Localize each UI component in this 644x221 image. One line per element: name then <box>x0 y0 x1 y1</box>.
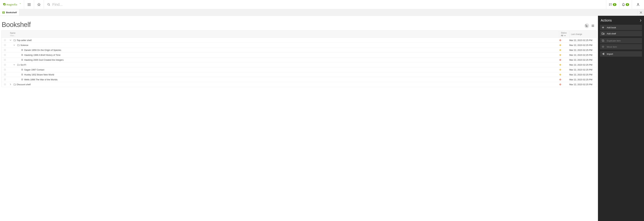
col-lastchange[interactable]: Last change <box>569 31 596 38</box>
table-row[interactable]: Hawking 1988 A Brief History of Time Mar… <box>2 53 596 58</box>
row-selector[interactable] <box>2 79 8 81</box>
action-import[interactable]: Import <box>600 51 642 57</box>
row-selector[interactable] <box>2 83 8 85</box>
workspace: Bookshelf Name <box>0 16 644 221</box>
row-selector[interactable] <box>2 59 8 61</box>
notifications-button[interactable]: 0 <box>619 0 632 9</box>
status-filter-value[interactable]: All <box>561 34 563 37</box>
cell-status <box>559 40 569 41</box>
svg-rect-88 <box>602 40 604 41</box>
table-row[interactable]: Hawking 2005 God Created the Integers Ma… <box>2 58 596 62</box>
row-selector[interactable] <box>2 49 8 51</box>
col-status[interactable]: Status All <box>559 31 569 38</box>
notifications-badge: 0 <box>626 3 629 6</box>
table-row[interactable]: Discount shelf Mar 22, 2023 02:25 PM <box>2 82 596 87</box>
view-toggles <box>584 23 596 29</box>
svg-point-17 <box>30 5 30 6</box>
expander-icon[interactable] <box>8 84 13 85</box>
svg-text:®: ® <box>20 3 21 4</box>
brand-logo[interactable]: magnolia ® <box>0 0 24 9</box>
action-group: Duplicate item Move item <box>598 38 644 50</box>
action-add-shelf[interactable]: Add shelf <box>600 31 642 36</box>
table-body: Top-seller shelf Mar 22, 2023 02:25 PM S… <box>2 38 596 87</box>
table-row[interactable]: Darwin 1859 On the Origin of Species Mar… <box>2 48 596 53</box>
actions-title: Actions <box>601 19 612 22</box>
table-row[interactable]: Sci-Fi Mar 22, 2023 02:25 PM <box>2 62 596 67</box>
table-row[interactable]: Wells 1898 The War of the Worlds Mar 22,… <box>2 77 596 82</box>
row-selector[interactable] <box>2 39 8 41</box>
cell-lastchange: Mar 22, 2023 02:25 PM <box>569 83 596 86</box>
app-icon <box>2 12 5 14</box>
cell-name: Wells 1898 The War of the Worlds <box>8 78 559 81</box>
row-selector[interactable] <box>2 44 8 46</box>
svg-point-9 <box>28 3 28 4</box>
svg-text:magnolia: magnolia <box>6 3 17 6</box>
table-row[interactable]: Huxley 1932 Brave New World Mar 22, 2023… <box>2 72 596 77</box>
status-indicator <box>560 69 561 71</box>
tab-bookshelf[interactable]: Bookshelf <box>0 9 19 16</box>
cell-status <box>559 74 569 75</box>
tasks-badge: 0 <box>613 3 616 6</box>
action-group: Import <box>598 51 644 57</box>
list-view-icon <box>592 25 594 27</box>
row-selector[interactable] <box>2 69 8 71</box>
plus-icon <box>602 26 604 29</box>
svg-point-2 <box>4 5 6 6</box>
status-indicator <box>560 74 561 75</box>
action-move: Move item <box>600 44 642 50</box>
cell-lastchange: Mar 22, 2023 02:25 PM <box>569 69 596 71</box>
svg-point-10 <box>29 3 29 4</box>
table-row[interactable]: Top-seller shelf Mar 22, 2023 02:25 PM <box>2 38 596 43</box>
action-add-book[interactable]: Add book <box>600 25 642 30</box>
cell-lastchange: Mar 22, 2023 02:25 PM <box>569 73 596 76</box>
bell-icon <box>622 3 625 6</box>
favorites-button[interactable] <box>34 0 44 9</box>
cell-name: Darwin 1859 On the Origin of Species <box>8 49 559 51</box>
name-filter-input[interactable] <box>10 35 557 37</box>
view-list-button[interactable] <box>590 23 595 28</box>
row-selector[interactable] <box>2 64 8 66</box>
table-row[interactable]: Sagan 1997 Contact Mar 22, 2023 02:25 PM <box>2 67 596 72</box>
col-lastchange-label: Last change <box>571 33 595 36</box>
import-icon <box>602 53 604 55</box>
table-row[interactable]: Science Mar 22, 2023 02:25 PM <box>2 43 596 48</box>
chevron-right-icon[interactable] <box>640 19 641 22</box>
cell-status <box>559 44 569 46</box>
tasks-button[interactable]: 0 <box>606 0 619 9</box>
action-group: Add book Add shelf <box>598 25 644 36</box>
svg-point-23 <box>638 4 638 5</box>
duplicate-icon <box>602 40 604 42</box>
cell-lastchange: Mar 22, 2023 02:25 PM <box>569 59 596 61</box>
node-icon <box>20 74 24 76</box>
folder-icon <box>16 64 20 66</box>
chevron-down-icon <box>564 35 566 36</box>
row-selector[interactable] <box>2 74 8 76</box>
status-indicator <box>560 59 561 61</box>
expander-icon[interactable] <box>8 40 13 41</box>
action-label: Add shelf <box>607 32 616 35</box>
row-name: Hawking 2005 God Created the Integers <box>24 59 64 61</box>
content-header: Bookshelf <box>1 18 596 31</box>
col-name[interactable]: Name <box>8 31 559 38</box>
tab-close-button[interactable] <box>638 9 644 16</box>
cell-status <box>559 84 569 85</box>
tab-strip: Bookshelf <box>0 9 644 16</box>
action-label: Add book <box>607 26 616 29</box>
expander-icon[interactable] <box>12 45 16 46</box>
action-label: Duplicate item <box>607 40 621 42</box>
cell-name: Sagan 1997 Contact <box>8 69 559 71</box>
user-menu-button[interactable] <box>632 0 644 9</box>
page-title: Bookshelf <box>2 21 31 29</box>
search-input[interactable] <box>52 2 606 7</box>
view-tree-button[interactable] <box>584 23 589 28</box>
expander-icon[interactable] <box>12 64 16 65</box>
svg-point-14 <box>30 4 30 5</box>
app-launcher-button[interactable] <box>24 0 34 9</box>
tasks-icon <box>609 3 612 6</box>
row-selector[interactable] <box>2 54 8 56</box>
row-name: Discount shelf <box>17 83 31 86</box>
user-icon <box>636 3 640 6</box>
cell-status <box>559 64 569 66</box>
cell-lastchange: Mar 22, 2023 02:25 PM <box>569 78 596 81</box>
row-name: Sci-Fi <box>20 64 26 66</box>
